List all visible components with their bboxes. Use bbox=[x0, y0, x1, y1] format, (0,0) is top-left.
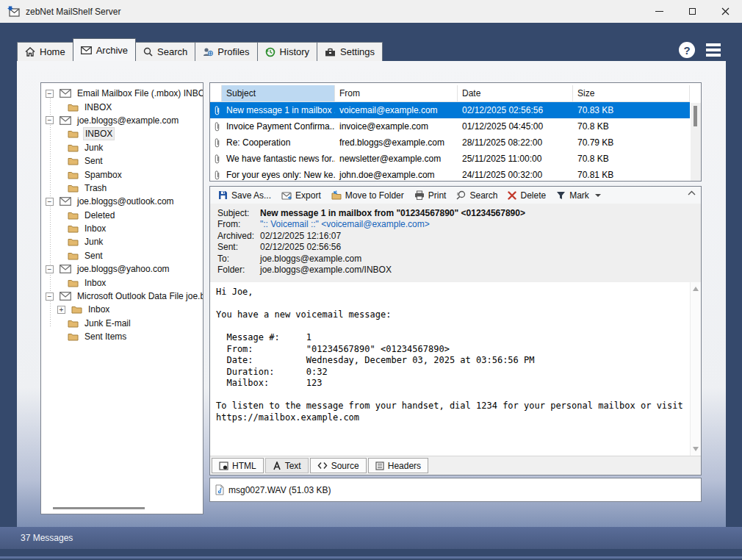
attachment-item[interactable]: msg0027.WAV (51.03 KB) bbox=[228, 485, 331, 495]
tree-item-label: Sent Items bbox=[83, 331, 128, 342]
view-tab-text[interactable]: Text bbox=[265, 458, 309, 473]
folder-icon bbox=[68, 129, 79, 138]
tree-item-folder-selected[interactable]: INBOX bbox=[41, 127, 203, 140]
attachment-column-header[interactable] bbox=[210, 85, 222, 101]
search-button[interactable]: Search bbox=[451, 190, 503, 201]
delete-icon bbox=[508, 191, 516, 200]
search-icon bbox=[143, 47, 153, 57]
tree-item-label: Deleted bbox=[83, 209, 116, 221]
tree-item-folder[interactable]: Inbox bbox=[41, 276, 203, 289]
header-value-from-link[interactable]: ":: Voicemail ::" <voicemail@example.com… bbox=[260, 219, 430, 230]
print-button[interactable]: Print bbox=[409, 190, 452, 201]
search-label: Search bbox=[469, 190, 497, 201]
tree-item-mailbox[interactable]: − Email Mailbox File (.mbox) INBOX bbox=[41, 87, 203, 100]
export-button[interactable]: Export bbox=[276, 190, 326, 201]
cell-from: newsletter@example.com bbox=[335, 154, 458, 164]
tab-history[interactable]: History bbox=[257, 42, 317, 61]
tree-item-folder[interactable]: INBOX bbox=[41, 100, 203, 113]
collapse-toggle-icon[interactable]: − bbox=[46, 116, 54, 124]
tree-item-folder[interactable]: Inbox bbox=[41, 222, 203, 235]
collapse-toggle-icon[interactable]: − bbox=[46, 198, 54, 206]
tree-item-label: Inbox bbox=[83, 223, 107, 234]
folder-tree[interactable]: − Email Mailbox File (.mbox) INBOX INBOX… bbox=[40, 82, 203, 514]
menu-icon[interactable] bbox=[706, 43, 721, 57]
message-row[interactable]: Invoice Payment Confirma... invoice@exam… bbox=[210, 118, 690, 134]
scrollbar-thumb[interactable] bbox=[53, 507, 145, 509]
tree-item-folder[interactable]: Sent bbox=[41, 249, 203, 262]
tab-profiles[interactable]: Profiles bbox=[195, 42, 257, 61]
tree-item-mailbox[interactable]: − joe.bloggs@example.com bbox=[41, 114, 203, 127]
message-row[interactable]: Re: Cooperation fred.bloggs@example.com … bbox=[210, 134, 690, 151]
cell-subject: We have fantastic news for... bbox=[222, 154, 335, 164]
cell-from: invoice@example.com bbox=[335, 121, 458, 132]
cell-date: 25/11/2025 11:00:00 bbox=[458, 154, 573, 164]
tree-item-folder[interactable]: Sent Items bbox=[41, 330, 203, 343]
tree-horizontal-scrollbar[interactable] bbox=[44, 505, 200, 511]
tab-settings[interactable]: Settings bbox=[317, 42, 383, 61]
tree-item-folder[interactable]: Spambox bbox=[41, 168, 203, 181]
tab-label: Search bbox=[157, 46, 187, 57]
paperclip-icon bbox=[210, 105, 222, 116]
column-header-date[interactable]: Date bbox=[458, 85, 573, 101]
cell-subject: For your eyes only: New ke... bbox=[222, 170, 335, 180]
save-as-button[interactable]: Save As... bbox=[213, 190, 276, 201]
export-icon bbox=[281, 191, 292, 200]
tab-archive[interactable]: Archive bbox=[73, 38, 136, 61]
close-button[interactable] bbox=[709, 0, 742, 23]
cell-subject: Invoice Payment Confirma... bbox=[222, 121, 335, 132]
move-to-folder-button[interactable]: Move to Folder bbox=[326, 190, 409, 201]
mark-button[interactable]: Mark bbox=[551, 190, 606, 201]
tree-item-folder[interactable]: + Inbox bbox=[41, 303, 203, 316]
column-header-size[interactable]: Size bbox=[573, 85, 690, 101]
tab-home[interactable]: Home bbox=[17, 42, 73, 61]
header-value-to: joe.bloggs@example.com bbox=[260, 254, 361, 265]
tab-search[interactable]: Search bbox=[135, 42, 195, 61]
view-tab-label: Headers bbox=[388, 461, 421, 471]
scrollbar-thumb[interactable] bbox=[694, 106, 697, 126]
tree-item-folder[interactable]: Deleted bbox=[41, 209, 203, 222]
message-row[interactable]: For your eyes only: New ke... john.doe@e… bbox=[210, 167, 690, 182]
message-headers: Subject:New message 1 in mailbox from "0… bbox=[210, 204, 701, 282]
message-body-text: Hi Joe, You have a new voicemail message… bbox=[210, 282, 689, 456]
tree-item-folder[interactable]: Junk bbox=[41, 141, 203, 154]
html-view-icon bbox=[219, 462, 228, 470]
move-folder-icon bbox=[331, 190, 342, 200]
maximize-button[interactable] bbox=[676, 0, 709, 23]
mailbox-icon bbox=[60, 197, 71, 206]
help-icon[interactable]: ? bbox=[679, 42, 695, 58]
collapse-toggle-icon[interactable]: − bbox=[46, 265, 54, 273]
message-row-selected[interactable]: New message 1 in mailbox ... voicemail@e… bbox=[210, 102, 690, 118]
column-header-subject[interactable]: Subject bbox=[222, 85, 335, 101]
tree-item-mailbox[interactable]: − Microsoft Outlook Data File joe.bl bbox=[41, 290, 203, 303]
scroll-down-arrow-icon[interactable] bbox=[693, 447, 699, 451]
expand-toggle-icon[interactable]: + bbox=[57, 306, 65, 314]
cell-size: 70.83 KB bbox=[573, 105, 690, 115]
minimize-button[interactable] bbox=[643, 0, 676, 23]
save-icon bbox=[218, 190, 228, 200]
tree-item-mailbox[interactable]: − joe.bloggs@yahoo.com bbox=[41, 262, 203, 276]
cell-from: fred.bloggs@example.com bbox=[335, 137, 458, 148]
collapse-pane-button[interactable] bbox=[688, 190, 696, 195]
folder-icon bbox=[68, 251, 79, 260]
tree-item-folder[interactable]: Sent bbox=[41, 154, 203, 168]
tree-item-folder[interactable]: Junk E-mail bbox=[41, 317, 203, 330]
message-row[interactable]: We have fantastic news for... newsletter… bbox=[210, 151, 690, 167]
collapse-toggle-icon[interactable]: − bbox=[46, 292, 54, 301]
folder-icon bbox=[68, 143, 79, 152]
header-label-folder: Folder: bbox=[217, 265, 260, 276]
view-tab-headers[interactable]: Headers bbox=[368, 458, 428, 473]
tree-item-folder[interactable]: Trash bbox=[41, 182, 203, 195]
list-vertical-scrollbar[interactable] bbox=[691, 103, 701, 181]
tree-item-mailbox[interactable]: − joe.bloggs@outlook.com bbox=[41, 195, 203, 208]
view-tab-source[interactable]: Source bbox=[310, 458, 367, 473]
cell-size: 70.8 KB bbox=[573, 154, 690, 164]
tree-item-folder[interactable]: Junk bbox=[41, 235, 203, 248]
scroll-up-arrow-icon[interactable] bbox=[693, 287, 699, 291]
column-header-from[interactable]: From bbox=[335, 85, 458, 101]
collapse-toggle-icon[interactable]: − bbox=[46, 90, 54, 98]
view-tab-html[interactable]: HTML bbox=[212, 458, 264, 473]
body-vertical-scrollbar[interactable] bbox=[690, 282, 701, 456]
headers-view-icon bbox=[375, 462, 384, 470]
delete-button[interactable]: Delete bbox=[503, 190, 551, 201]
paperclip-icon bbox=[210, 137, 222, 148]
